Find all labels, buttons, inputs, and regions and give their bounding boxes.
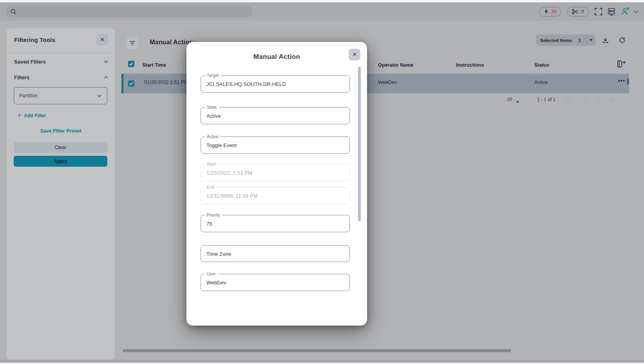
- user-menu-caret-button[interactable]: [634, 10, 639, 13]
- last-page-button[interactable]: [608, 96, 617, 104]
- search-icon: [11, 9, 16, 15]
- action-field[interactable]: Action Toggle Event: [201, 136, 350, 154]
- next-page-button[interactable]: [595, 96, 604, 104]
- app-screen: 25 0: [0, 0, 644, 364]
- column-header-status[interactable]: Status: [534, 62, 549, 68]
- row-edge-partial-icon: [627, 79, 629, 84]
- filtering-tools-panel: Filtering Tools ✕ Saved Filters Filters …: [7, 28, 115, 360]
- user-field[interactable]: User WebDev: [201, 274, 350, 291]
- disabled-items-button[interactable]: 0: [567, 7, 589, 16]
- plus-icon: +: [18, 112, 21, 119]
- download-icon: [602, 37, 608, 43]
- start-field-label: Start: [205, 162, 218, 166]
- action-field-label: Action: [205, 134, 221, 139]
- divider: [7, 53, 115, 53]
- systems-button[interactable]: [608, 8, 615, 16]
- export-button[interactable]: [599, 35, 611, 46]
- filters-section-toggle[interactable]: Filters: [14, 73, 108, 81]
- fullscreen-icon: [595, 8, 602, 15]
- add-column-button[interactable]: [617, 60, 626, 69]
- manual-action-dialog: ✕ Manual Action Target JCI.SALES.HQ.SOUT…: [186, 42, 367, 326]
- saved-filters-section-toggle[interactable]: Saved Filters: [14, 58, 108, 66]
- fullscreen-button[interactable]: [595, 8, 602, 15]
- start-field: Start 1/20/2022, 2:51 PM: [201, 164, 350, 181]
- window-bottom-edge: [0, 360, 644, 363]
- row-selected-stripe: [121, 74, 123, 93]
- state-field-value: Active: [206, 113, 221, 119]
- partition-select[interactable]: Partition: [14, 87, 107, 104]
- chevron-down-icon: [589, 39, 593, 42]
- previous-page-button[interactable]: [580, 96, 589, 104]
- priority-field-label: Priority: [205, 213, 222, 217]
- check-icon: [129, 62, 133, 66]
- select-all-checkbox[interactable]: [128, 61, 134, 67]
- dialog-scrollbar[interactable]: [358, 67, 361, 221]
- search-input[interactable]: [6, 5, 252, 17]
- chevron-down-icon: [634, 10, 639, 13]
- first-page-icon: [566, 97, 571, 103]
- chevron-left-icon: [582, 97, 587, 103]
- panel-title: Filtering Tools: [14, 36, 55, 43]
- cell-operator-name: WebDev: [378, 80, 397, 85]
- user-menu-button[interactable]: [621, 8, 628, 15]
- cell-status: Active: [534, 80, 548, 85]
- column-header-start-time[interactable]: Start Time: [142, 62, 166, 68]
- page-size-caret[interactable]: [516, 98, 520, 105]
- state-field[interactable]: State Active: [201, 107, 350, 124]
- end-field-value: 12/31/9999, 11:59 PM: [206, 193, 258, 199]
- online-status-dot: [626, 7, 629, 10]
- chevron-down-icon: [97, 95, 101, 97]
- clear-button[interactable]: Clear: [14, 142, 107, 153]
- priority-field[interactable]: Priority 75: [201, 215, 350, 232]
- add-filter-button[interactable]: + Add Filter: [18, 113, 46, 119]
- refresh-button[interactable]: [616, 35, 628, 46]
- column-header-instructions[interactable]: Instructions: [456, 62, 484, 68]
- chevron-right-icon: [597, 97, 602, 103]
- end-field-label: End: [205, 185, 216, 189]
- state-field-label: State: [205, 105, 219, 109]
- target-field-label: Target: [205, 73, 221, 78]
- table-filter-button[interactable]: [126, 37, 138, 49]
- target-field[interactable]: Target JCI.SALES.HQ.SOUTH.DR.HELD: [201, 75, 350, 93]
- first-page-button[interactable]: [564, 96, 573, 104]
- row-checkbox[interactable]: [128, 80, 134, 87]
- priority-field-value: 75: [206, 221, 212, 227]
- alarm-count: 25: [551, 9, 556, 15]
- user-field-value: WebDev: [206, 280, 226, 286]
- add-filter-label: Add Filter: [24, 113, 46, 118]
- page-title: Manual Action: [150, 39, 193, 46]
- chevron-down-icon: [104, 60, 108, 63]
- partition-select-label: Partition: [19, 93, 37, 98]
- chevron-down-icon: [516, 101, 520, 104]
- alarms-button[interactable]: 25: [539, 7, 561, 16]
- dialog-title: Manual Action: [186, 53, 367, 61]
- cell-start-time: 01/20/2022 2:51 PM: [144, 80, 188, 85]
- apply-button[interactable]: Apply: [14, 156, 107, 167]
- horizontal-scrollbar[interactable]: [123, 349, 511, 352]
- disabled-count: 0: [581, 9, 584, 15]
- check-icon: [129, 82, 133, 85]
- refresh-icon: [619, 37, 625, 43]
- topbar: 25 0: [0, 2, 644, 21]
- selected-items-dropdown[interactable]: Selected Items 1: [536, 35, 595, 46]
- selected-items-label: Selected Items: [536, 38, 572, 43]
- save-filter-preset-link[interactable]: Save Filter Preset: [7, 128, 115, 134]
- page-size-value[interactable]: 20: [507, 97, 512, 102]
- saved-filters-label: Saved Filters: [14, 59, 46, 65]
- panel-close-button[interactable]: ✕: [96, 34, 108, 46]
- user-field-label: User: [205, 271, 218, 276]
- column-header-operator-name[interactable]: Operator Name: [378, 62, 413, 68]
- filters-label: Filters: [14, 75, 29, 80]
- flash-icon: [544, 9, 548, 15]
- time-zone-field-value: Time Zone: [206, 251, 231, 257]
- server-icon: [608, 8, 615, 16]
- pagination-range: 1 - 1 of 1: [537, 97, 555, 102]
- start-field-value: 1/20/2022, 2:51 PM: [206, 170, 252, 176]
- topbar-actions: 25 0: [539, 2, 639, 21]
- scissors-icon: [572, 9, 579, 15]
- filter-lines-icon: [129, 41, 136, 46]
- action-field-value: Toggle Event: [206, 142, 237, 148]
- column-add-icon: [617, 60, 626, 67]
- row-menu-button[interactable]: •••: [618, 78, 625, 84]
- time-zone-field[interactable]: Time Zone: [201, 245, 350, 262]
